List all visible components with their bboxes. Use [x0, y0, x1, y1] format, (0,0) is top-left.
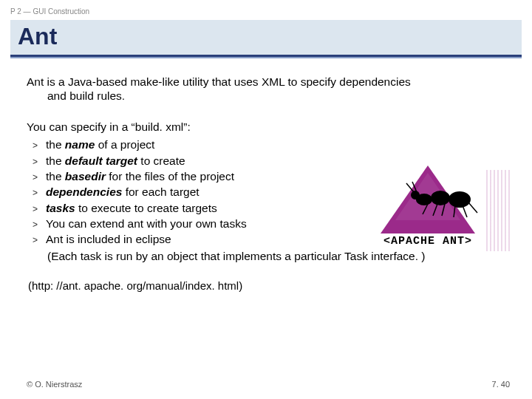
logo-triangle-icon: [381, 166, 475, 233]
bullet-marker: >: [33, 140, 46, 151]
page-number: 7. 40: [492, 380, 510, 389]
footer: © O. Nierstrasz 7. 40: [27, 380, 510, 389]
title-bar: Ant: [10, 20, 522, 55]
breadcrumb: P 2 — GUI Construction: [0, 0, 532, 18]
bullet-text: the basedir for the files of the project: [46, 170, 234, 183]
bullet-text: tasks to execute to create targets: [46, 202, 217, 214]
bullet-text: You can extend ant with your own tasks: [46, 217, 247, 230]
page-title: Ant: [18, 23, 522, 50]
intro-line1: Ant is a Java-based make-like utility th…: [27, 75, 411, 88]
bullet-marker: >: [33, 204, 46, 215]
bullet-text: the name of a project: [46, 138, 154, 151]
bullet-marker: >: [33, 172, 46, 183]
list-item: >the name of a project: [27, 137, 510, 152]
bullet-marker: >: [33, 188, 46, 199]
logo-text: <APACHE ANT>: [359, 235, 497, 248]
bullet-text: dependencies for each target: [46, 185, 200, 198]
copyright: © O. Nierstrasz: [27, 380, 82, 389]
spec-title: You can specify in a “build. xml”:: [27, 120, 510, 134]
bullet-marker: >: [33, 235, 46, 246]
bullet-text: Ant is included in eclipse: [46, 233, 171, 245]
intro-paragraph: Ant is a Java-based make-like utility th…: [27, 75, 510, 103]
intro-line2: and build rules.: [47, 89, 125, 102]
bullet-marker: >: [33, 157, 46, 168]
bullet-marker: >: [33, 219, 46, 231]
apache-ant-logo: <APACHE ANT>: [359, 166, 497, 248]
bullet-text: the default target to create: [46, 154, 185, 167]
manual-url: (http: //ant. apache. org/manual/index. …: [28, 279, 510, 293]
task-note: (Each task is run by an object that impl…: [47, 249, 510, 263]
